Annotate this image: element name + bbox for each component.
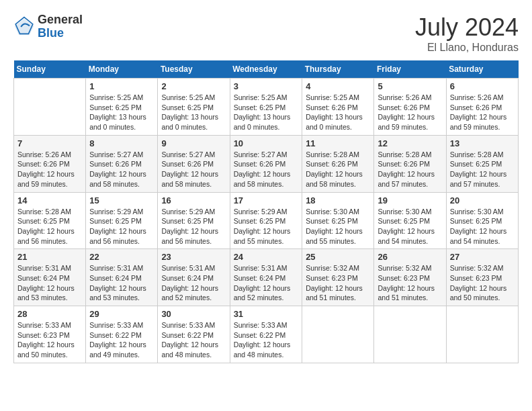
title-section: July 2024 El Llano, Honduras — [415, 13, 519, 54]
calendar-week-4: 21Sunrise: 5:31 AMSunset: 6:24 PMDayligh… — [14, 249, 519, 306]
day-info: Sunrise: 5:30 AMSunset: 6:25 PMDaylight:… — [450, 207, 515, 246]
calendar-cell: 24Sunrise: 5:31 AMSunset: 6:24 PMDayligh… — [230, 249, 302, 306]
day-number: 25 — [306, 252, 370, 262]
col-friday: Friday — [374, 60, 446, 79]
calendar-cell: 9Sunrise: 5:27 AMSunset: 6:26 PMDaylight… — [158, 135, 230, 192]
calendar-cell: 29Sunrise: 5:33 AMSunset: 6:22 PMDayligh… — [86, 306, 158, 363]
calendar-cell: 6Sunrise: 5:26 AMSunset: 6:26 PMDaylight… — [446, 79, 518, 136]
col-monday: Monday — [86, 60, 158, 79]
calendar-cell: 14Sunrise: 5:28 AMSunset: 6:25 PMDayligh… — [14, 192, 86, 249]
day-info: Sunrise: 5:31 AMSunset: 6:24 PMDaylight:… — [161, 263, 226, 303]
day-info: Sunrise: 5:26 AMSunset: 6:26 PMDaylight:… — [450, 93, 515, 132]
day-number: 8 — [89, 138, 154, 148]
calendar-cell: 17Sunrise: 5:29 AMSunset: 6:25 PMDayligh… — [230, 192, 302, 249]
day-info: Sunrise: 5:30 AMSunset: 6:25 PMDaylight:… — [306, 207, 370, 246]
day-number: 7 — [17, 138, 82, 148]
day-number: 23 — [161, 252, 226, 262]
svg-marker-0 — [15, 19, 34, 35]
day-number: 18 — [306, 195, 370, 205]
day-info: Sunrise: 5:29 AMSunset: 6:25 PMDaylight:… — [89, 207, 154, 246]
calendar-cell: 11Sunrise: 5:28 AMSunset: 6:26 PMDayligh… — [302, 135, 374, 192]
calendar-week-2: 7Sunrise: 5:26 AMSunset: 6:26 PMDaylight… — [14, 135, 519, 192]
day-info: Sunrise: 5:32 AMSunset: 6:23 PMDaylight:… — [306, 263, 370, 303]
day-info: Sunrise: 5:28 AMSunset: 6:26 PMDaylight:… — [306, 150, 370, 189]
logo-general: General — [38, 13, 83, 27]
day-number: 24 — [234, 252, 299, 262]
day-info: Sunrise: 5:27 AMSunset: 6:26 PMDaylight:… — [89, 150, 154, 189]
location: El Llano, Honduras — [415, 42, 519, 54]
calendar-cell — [374, 306, 446, 363]
day-number: 27 — [450, 252, 515, 262]
day-number: 4 — [306, 81, 370, 91]
day-number: 6 — [450, 81, 515, 91]
header-row: Sunday Monday Tuesday Wednesday Thursday… — [14, 60, 519, 79]
calendar-cell: 7Sunrise: 5:26 AMSunset: 6:26 PMDaylight… — [14, 135, 86, 192]
day-number: 12 — [378, 138, 442, 148]
day-info: Sunrise: 5:29 AMSunset: 6:25 PMDaylight:… — [234, 207, 299, 246]
day-info: Sunrise: 5:32 AMSunset: 6:23 PMDaylight:… — [378, 263, 442, 303]
day-number: 13 — [450, 138, 515, 148]
day-number: 10 — [234, 138, 299, 148]
logo: General Blue — [13, 13, 83, 40]
day-info: Sunrise: 5:28 AMSunset: 6:25 PMDaylight:… — [450, 150, 515, 189]
day-number: 19 — [378, 195, 442, 205]
day-info: Sunrise: 5:27 AMSunset: 6:26 PMDaylight:… — [161, 150, 226, 189]
day-number: 31 — [234, 309, 299, 319]
calendar-cell: 2Sunrise: 5:25 AMSunset: 6:25 PMDaylight… — [158, 79, 230, 136]
calendar-cell — [14, 79, 86, 136]
calendar-body: 1Sunrise: 5:25 AMSunset: 6:25 PMDaylight… — [14, 79, 519, 363]
calendar-cell — [302, 306, 374, 363]
calendar-cell: 12Sunrise: 5:28 AMSunset: 6:26 PMDayligh… — [374, 135, 446, 192]
day-info: Sunrise: 5:26 AMSunset: 6:26 PMDaylight:… — [378, 93, 442, 132]
logo-text: General Blue — [38, 13, 83, 40]
day-info: Sunrise: 5:25 AMSunset: 6:26 PMDaylight:… — [306, 93, 370, 132]
day-info: Sunrise: 5:25 AMSunset: 6:25 PMDaylight:… — [234, 93, 299, 132]
calendar-week-3: 14Sunrise: 5:28 AMSunset: 6:25 PMDayligh… — [14, 192, 519, 249]
day-info: Sunrise: 5:28 AMSunset: 6:25 PMDaylight:… — [17, 207, 82, 246]
day-info: Sunrise: 5:33 AMSunset: 6:23 PMDaylight:… — [17, 320, 82, 360]
day-number: 2 — [161, 81, 226, 91]
day-info: Sunrise: 5:32 AMSunset: 6:23 PMDaylight:… — [450, 263, 515, 303]
day-info: Sunrise: 5:26 AMSunset: 6:26 PMDaylight:… — [17, 150, 82, 189]
day-number: 26 — [378, 252, 442, 262]
calendar-cell: 25Sunrise: 5:32 AMSunset: 6:23 PMDayligh… — [302, 249, 374, 306]
day-number: 14 — [17, 195, 82, 205]
calendar-cell: 4Sunrise: 5:25 AMSunset: 6:26 PMDaylight… — [302, 79, 374, 136]
day-info: Sunrise: 5:28 AMSunset: 6:26 PMDaylight:… — [378, 150, 442, 189]
day-number: 22 — [89, 252, 154, 262]
day-info: Sunrise: 5:31 AMSunset: 6:24 PMDaylight:… — [89, 263, 154, 303]
col-saturday: Saturday — [446, 60, 518, 79]
calendar-cell: 26Sunrise: 5:32 AMSunset: 6:23 PMDayligh… — [374, 249, 446, 306]
calendar-cell: 28Sunrise: 5:33 AMSunset: 6:23 PMDayligh… — [14, 306, 86, 363]
calendar-week-1: 1Sunrise: 5:25 AMSunset: 6:25 PMDaylight… — [14, 79, 519, 136]
col-wednesday: Wednesday — [230, 60, 302, 79]
calendar-cell: 20Sunrise: 5:30 AMSunset: 6:25 PMDayligh… — [446, 192, 518, 249]
day-info: Sunrise: 5:30 AMSunset: 6:25 PMDaylight:… — [378, 207, 442, 246]
day-number: 17 — [234, 195, 299, 205]
col-thursday: Thursday — [302, 60, 374, 79]
day-info: Sunrise: 5:31 AMSunset: 6:24 PMDaylight:… — [234, 263, 299, 303]
day-info: Sunrise: 5:25 AMSunset: 6:25 PMDaylight:… — [161, 93, 226, 132]
day-info: Sunrise: 5:27 AMSunset: 6:26 PMDaylight:… — [234, 150, 299, 189]
day-info: Sunrise: 5:33 AMSunset: 6:22 PMDaylight:… — [234, 320, 299, 360]
calendar-cell: 16Sunrise: 5:29 AMSunset: 6:25 PMDayligh… — [158, 192, 230, 249]
logo-blue: Blue — [38, 27, 83, 40]
day-number: 3 — [234, 81, 299, 91]
day-number: 16 — [161, 195, 226, 205]
calendar-cell: 18Sunrise: 5:30 AMSunset: 6:25 PMDayligh… — [302, 192, 374, 249]
calendar-cell: 30Sunrise: 5:33 AMSunset: 6:22 PMDayligh… — [158, 306, 230, 363]
logo-icon — [13, 16, 35, 38]
calendar-cell: 3Sunrise: 5:25 AMSunset: 6:25 PMDaylight… — [230, 79, 302, 136]
calendar-cell: 23Sunrise: 5:31 AMSunset: 6:24 PMDayligh… — [158, 249, 230, 306]
month-year: July 2024 — [415, 13, 519, 42]
calendar-cell — [446, 306, 518, 363]
calendar-cell: 22Sunrise: 5:31 AMSunset: 6:24 PMDayligh… — [86, 249, 158, 306]
day-number: 28 — [17, 309, 82, 319]
calendar-cell: 5Sunrise: 5:26 AMSunset: 6:26 PMDaylight… — [374, 79, 446, 136]
col-tuesday: Tuesday — [158, 60, 230, 79]
day-number: 9 — [161, 138, 226, 148]
calendar-week-5: 28Sunrise: 5:33 AMSunset: 6:23 PMDayligh… — [14, 306, 519, 363]
calendar-cell: 8Sunrise: 5:27 AMSunset: 6:26 PMDaylight… — [86, 135, 158, 192]
calendar-cell: 21Sunrise: 5:31 AMSunset: 6:24 PMDayligh… — [14, 249, 86, 306]
day-number: 15 — [89, 195, 154, 205]
